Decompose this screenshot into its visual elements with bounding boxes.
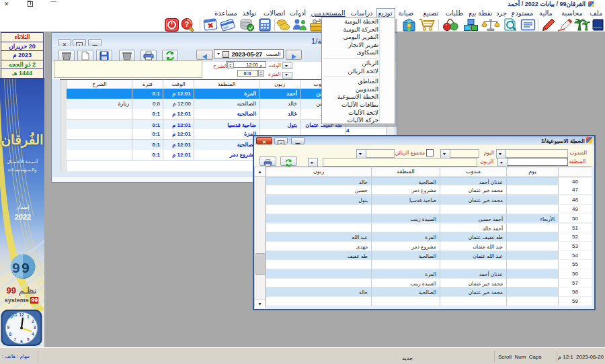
svg-text:11: 11 [13,312,17,317]
svg-text:4: 4 [32,332,34,336]
svg-text:5: 5 [27,337,30,342]
svg-text:8: 8 [9,332,12,336]
svg-text:7: 7 [13,337,16,342]
svg-text:2: 2 [32,319,34,324]
svg-text:12: 12 [19,312,24,317]
svg-text:1: 1 [27,314,30,319]
svg-text:9: 9 [7,325,10,330]
svg-text:9: 9 [22,260,30,275]
svg-text:?: ? [185,20,190,28]
svg-text:6: 6 [20,339,23,344]
svg-text:9: 9 [12,260,20,275]
svg-text:3: 3 [34,325,36,330]
